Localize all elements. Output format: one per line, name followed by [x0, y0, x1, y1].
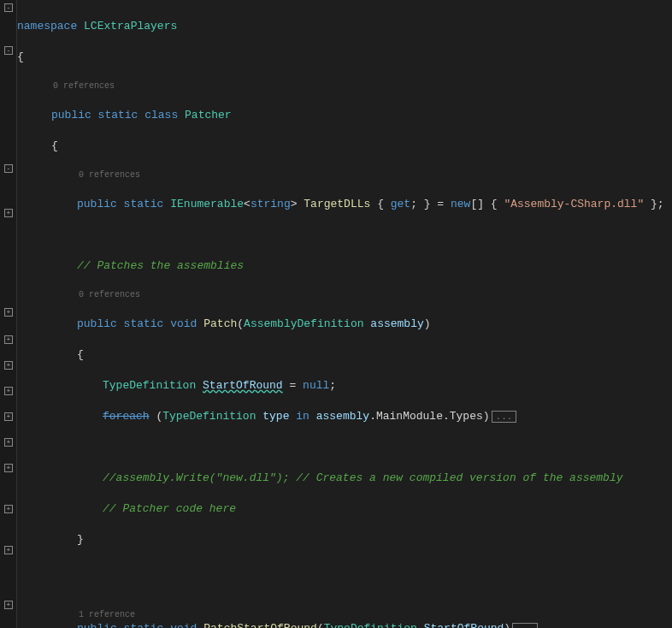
code-line[interactable]: }	[17, 532, 672, 548]
code-line[interactable]: public static void PatchStartOfRound(Typ…	[17, 621, 672, 628]
code-line[interactable]: foreach (TypeDefinition type in assembly…	[17, 409, 672, 424]
fold-toggle[interactable]: +	[4, 308, 13, 317]
fold-toggle[interactable]: +	[4, 601, 13, 609]
fold-toggle[interactable]: +	[4, 412, 13, 421]
fold-toggle[interactable]: +	[4, 209, 13, 217]
code-line[interactable]: public static void Patch(AssemblyDefinit…	[17, 317, 672, 332]
fold-toggle[interactable]: +	[4, 387, 13, 395]
comment: // Patches the assemblies	[17, 258, 672, 274]
fold-gutter: - - - + + + + + + + + + + +	[0, 0, 17, 628]
code-line[interactable]: public static IEnumerable<string> Target…	[17, 197, 672, 212]
fold-toggle[interactable]: +	[4, 505, 13, 513]
fold-toggle[interactable]: -	[4, 46, 13, 55]
fold-collapsed[interactable]: ...	[492, 411, 517, 423]
fold-toggle[interactable]: +	[4, 546, 13, 554]
fold-toggle[interactable]: -	[4, 3, 13, 12]
comment: // Patcher code here	[17, 501, 672, 517]
code-line[interactable]: namespace LCExtraPlayers	[17, 19, 672, 34]
codelens[interactable]: 0 references	[17, 169, 672, 181]
codelens[interactable]: 0 references	[17, 80, 672, 92]
comment: //assembly.Write("new.dll"); // Creates …	[17, 471, 672, 486]
fold-toggle[interactable]: -	[4, 164, 13, 173]
code-editor[interactable]: - - - + + + + + + + + + + + namespace LC…	[0, 0, 672, 628]
code-line[interactable]: public static class Patcher	[17, 108, 672, 123]
fold-toggle[interactable]: +	[4, 335, 13, 344]
code-line[interactable]: TypeDefinition StartOfRound = null;	[17, 378, 672, 394]
code-content[interactable]: namespace LCExtraPlayers { 0 references …	[17, 0, 672, 628]
codelens[interactable]: 1 reference	[17, 609, 672, 621]
fold-collapsed[interactable]: ...	[512, 623, 538, 628]
code-line[interactable]: {	[17, 139, 672, 154]
fold-toggle[interactable]: +	[4, 438, 13, 447]
fold-toggle[interactable]: +	[4, 361, 13, 370]
fold-toggle[interactable]: +	[4, 464, 13, 472]
code-line[interactable]: {	[17, 347, 672, 363]
code-line[interactable]: {	[17, 50, 672, 65]
codelens[interactable]: 0 references	[17, 289, 672, 301]
